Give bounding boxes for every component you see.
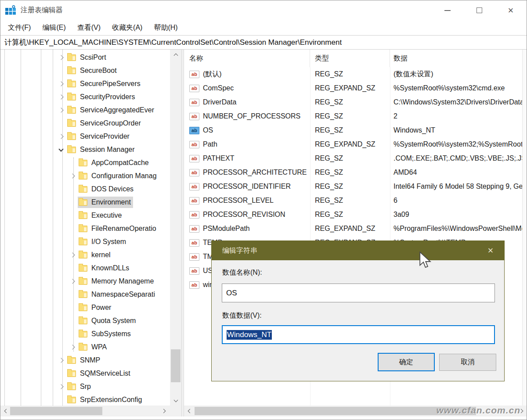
chevron-right-icon[interactable] xyxy=(67,345,78,349)
registry-value-row[interactable]: abDriverDataREG_SZC:\Windows\System32\Dr… xyxy=(184,95,522,109)
list-hscroll-thumb[interactable] xyxy=(195,407,476,415)
menu-item[interactable]: 查看(V) xyxy=(72,20,106,35)
tree-item[interactable]: SecureBoot xyxy=(0,64,170,77)
tree-item[interactable]: SQMServiceList xyxy=(0,367,170,380)
tree-item[interactable]: ServiceAggregatedEver xyxy=(0,104,170,117)
tree-item[interactable]: Session Manager xyxy=(0,143,170,156)
value-name: ComSpec xyxy=(203,84,234,92)
maximize-button[interactable] xyxy=(463,0,495,20)
registry-value-row[interactable]: abPROCESSOR_IDENTIFIERREG_SZIntel64 Fami… xyxy=(184,179,522,194)
tree-item-content: ServiceAggregatedEver xyxy=(66,104,156,116)
chevron-right-icon[interactable] xyxy=(56,385,66,388)
tree-item[interactable]: Srp xyxy=(0,380,170,393)
registry-value-row[interactable]: ab(默认)REG_SZ(数值未设置) xyxy=(184,67,522,81)
maximize-icon xyxy=(476,7,482,13)
ok-button[interactable]: 确定 xyxy=(378,353,435,371)
tree-item[interactable]: Memory Manageme xyxy=(0,275,170,288)
tree-item[interactable]: SNMP xyxy=(0,354,170,367)
value-name-cell: abPROCESSOR_ARCHITECTURE xyxy=(184,169,310,176)
tree-item-label: Power xyxy=(91,304,111,312)
registry-value-row[interactable]: abPROCESSOR_ARCHITECTUREREG_SZAMD64 xyxy=(184,165,522,179)
tree-item[interactable]: SubSystems xyxy=(0,327,170,341)
tree-item[interactable]: SrpExtensionConfig xyxy=(0,393,170,406)
registry-value-row[interactable]: abPSModulePathREG_EXPAND_SZ%ProgramFiles… xyxy=(184,222,522,236)
scroll-up-arrow[interactable] xyxy=(170,50,181,59)
close-icon: × xyxy=(508,6,514,15)
tree-item[interactable]: Configuration Manag xyxy=(0,169,170,183)
mouse-cursor xyxy=(419,251,432,270)
registry-value-row[interactable]: abComSpecREG_EXPAND_SZ%SystemRoot%\syste… xyxy=(184,81,522,95)
value-name: PROCESSOR_LEVEL xyxy=(203,197,274,205)
value-data-cell: .COM;.EXE;.BAT;.CMD;.VBS;.VBE;.JS;.JSE;.… xyxy=(390,154,522,162)
chevron-right-icon[interactable] xyxy=(56,95,66,99)
value-name-label: 数值名称(N): xyxy=(222,268,262,277)
chevron-right-icon[interactable] xyxy=(56,82,66,86)
chevron-down-icon[interactable] xyxy=(56,149,66,151)
menu-item[interactable]: 文件(F) xyxy=(2,20,36,35)
tree-item[interactable]: Environment xyxy=(0,196,170,209)
chevron-right-icon[interactable] xyxy=(67,253,78,257)
column-header-type[interactable]: 类型 xyxy=(310,50,390,67)
column-header-name[interactable]: 名称 xyxy=(184,50,310,67)
chevron-right-icon[interactable] xyxy=(56,108,66,112)
chevron-right-icon[interactable] xyxy=(67,280,78,283)
tree-item[interactable]: DOS Devices xyxy=(0,183,170,196)
tree-item[interactable]: KnownDLLs xyxy=(0,262,170,275)
chevron-right-icon[interactable] xyxy=(67,174,78,178)
chevron-right-icon[interactable] xyxy=(56,135,66,138)
cancel-button[interactable]: 取消 xyxy=(439,354,496,371)
tree-item[interactable]: SecurePipeServers xyxy=(0,77,170,90)
tree-item-label: SQMServiceList xyxy=(80,370,130,377)
registry-value-row[interactable]: abPROCESSOR_LEVELREG_SZ6 xyxy=(184,194,522,208)
string-value-icon: ab xyxy=(189,155,199,162)
tree-item-content: ScsiPort xyxy=(66,52,108,63)
tree-item[interactable]: I/O System xyxy=(0,235,170,248)
tree-item[interactable]: AppCompatCache xyxy=(0,156,170,169)
address-input[interactable] xyxy=(0,38,527,47)
value-data-field[interactable]: Windows_NT xyxy=(222,325,495,344)
registry-value-row[interactable]: abPATHEXTREG_SZ.COM;.EXE;.BAT;.CMD;.VBS;… xyxy=(184,151,522,165)
dialog-close-button[interactable]: × xyxy=(483,241,498,260)
scroll-left-arrow[interactable] xyxy=(184,406,194,416)
registry-value-row[interactable]: abPROCESSOR_REVISIONREG_SZ3a09 xyxy=(184,208,522,222)
tree-item[interactable]: kernel xyxy=(0,248,170,262)
tree-item[interactable]: ServiceProvider xyxy=(0,130,170,143)
tree-vertical-scrollbar[interactable] xyxy=(170,50,181,406)
tree-item[interactable]: ServiceGroupOrder xyxy=(0,117,170,130)
value-name: OS xyxy=(203,126,213,134)
scroll-right-arrow[interactable] xyxy=(159,406,169,416)
tree-item[interactable]: Quota System xyxy=(0,314,170,327)
column-header-data[interactable]: 数据 xyxy=(390,50,522,67)
tree-item-label: Session Manager xyxy=(80,146,135,154)
registry-value-row[interactable]: abPathREG_EXPAND_SZ%SystemRoot%\system32… xyxy=(184,137,522,151)
registry-value-row[interactable]: abOSREG_SZWindows_NT xyxy=(184,123,522,137)
tree-item[interactable]: ScsiPort xyxy=(0,51,170,64)
tree-hscroll-thumb[interactable] xyxy=(10,407,102,415)
minimize-icon xyxy=(444,10,451,11)
tree-vscroll-thumb[interactable] xyxy=(171,349,180,382)
dialog-title-bar[interactable]: 编辑字符串 × xyxy=(212,241,504,260)
tree-item[interactable]: NamespaceSeparati xyxy=(0,288,170,301)
close-button[interactable]: × xyxy=(495,0,527,20)
registry-value-row[interactable]: abNUMBER_OF_PROCESSORSREG_SZ2 xyxy=(184,109,522,123)
value-name-field[interactable]: OS xyxy=(222,284,495,302)
menu-item[interactable]: 帮助(H) xyxy=(148,20,183,35)
tree-item[interactable]: SecurityProviders xyxy=(0,90,170,104)
scroll-left-arrow[interactable] xyxy=(0,406,10,416)
list-vertical-scrollbar[interactable] xyxy=(522,50,527,406)
chevron-right-icon[interactable] xyxy=(56,359,66,362)
menu-item[interactable]: 收藏夹(A) xyxy=(106,20,148,35)
scroll-down-arrow[interactable] xyxy=(170,396,181,406)
chevron-right-icon[interactable] xyxy=(56,56,66,59)
tree-item[interactable]: Executive xyxy=(0,209,170,222)
value-data-cell: 6 xyxy=(390,197,522,205)
tree-item[interactable]: WPA xyxy=(0,341,170,354)
minimize-button[interactable] xyxy=(432,0,463,20)
value-name-cell: abPROCESSOR_LEVEL xyxy=(184,197,310,205)
tree-item[interactable]: Power xyxy=(0,301,170,314)
tree-horizontal-scrollbar[interactable] xyxy=(0,406,181,416)
menu-item[interactable]: 编辑(E) xyxy=(36,20,71,35)
tree-item[interactable]: FileRenameOperatio xyxy=(0,222,170,235)
value-type-cell: REG_SZ xyxy=(310,169,390,176)
value-name-cell: abPSModulePath xyxy=(184,225,310,233)
